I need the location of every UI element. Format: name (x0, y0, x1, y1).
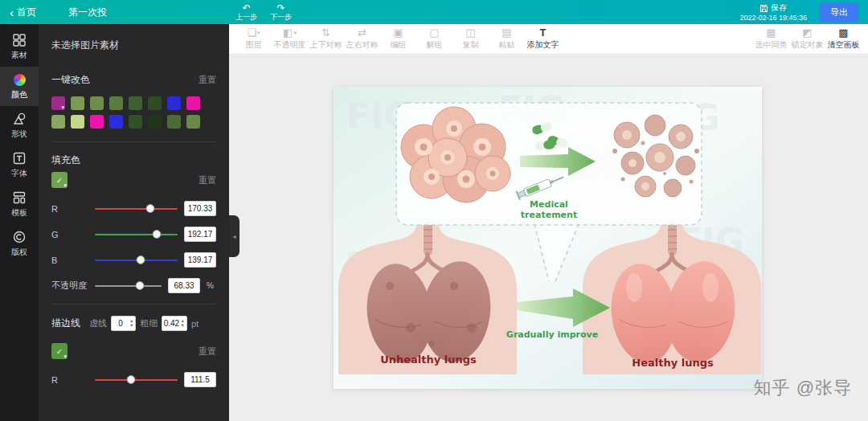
stepper-down-icon[interactable]: ▼ (180, 324, 184, 329)
dash-label: 虚线 (89, 317, 107, 329)
recolor-reset-button[interactable]: 重置 (199, 74, 216, 86)
chevron-down-icon: ▾ (63, 182, 67, 189)
tool-ungroup[interactable]: ▢ 解组 (416, 27, 452, 51)
slider-thumb[interactable] (146, 204, 155, 213)
slider-thumb[interactable] (153, 230, 162, 239)
tool-paste[interactable]: ▤ 粘贴 (489, 27, 525, 51)
home-button[interactable]: ‹ 首页 (0, 6, 46, 19)
panel-collapse-handle[interactable]: ◂ (229, 215, 240, 257)
tool-add-text[interactable]: T 添加文字 (525, 27, 561, 51)
stroke-section-title: 描边线 (51, 317, 85, 330)
fill-color-swatch[interactable]: ✓ ▾ (51, 172, 68, 188)
slider-thumb[interactable] (136, 281, 145, 290)
select-same-icon: ▦ (766, 27, 776, 38)
tool-copy[interactable]: ◫ 复制 (452, 27, 489, 51)
medical-treatment-label[interactable]: treatement (521, 210, 577, 220)
copy-icon: ◫ (465, 27, 475, 38)
undo-button[interactable]: ↶ 上一步 (235, 3, 257, 21)
tool-clear-board[interactable]: ▩ 清空画板 (825, 27, 862, 51)
stroke-slider-row-r: R (51, 372, 216, 387)
g-value-input[interactable] (184, 227, 216, 242)
sidebar-item-material[interactable]: 素材 (0, 27, 39, 67)
tool-flip-horizontal[interactable]: ⇄ 左右对称 (344, 27, 380, 51)
b-slider[interactable] (95, 255, 178, 265)
divider (51, 141, 216, 142)
chevron-down-icon: ▾ (61, 104, 64, 111)
recolor-swatch[interactable] (71, 115, 84, 129)
fill-slider-row-g: G (51, 227, 216, 242)
fill-reset-button[interactable]: 重置 (199, 174, 216, 186)
sidebar-item-template[interactable]: 模板 (0, 185, 39, 224)
stroke-color-swatch[interactable]: ✓ ▾ (51, 343, 68, 359)
stepper-down-icon[interactable]: ▼ (129, 324, 133, 329)
dash-value-input[interactable] (112, 319, 129, 328)
canvas-toolbar: ❏▾ 图层 ◧▾ 不透明度 ⇅ 上下对称 ⇄ 左右对称 ▣ 编组 ▢ 解组 (229, 24, 868, 55)
chevron-down-icon: ▾ (257, 30, 260, 35)
fill-slider-row-r: R (51, 201, 216, 216)
artboard[interactable]: FIG FIG FIG DRAW DRAW FIG DRAW DRAW (334, 87, 762, 389)
export-button[interactable]: 导出 (820, 3, 858, 22)
top-bar: ‹ 首页 第一次投 ↶ 上一步 ↷ 下一步 保存 2022-02-16 19:4… (0, 0, 868, 24)
sidebar-item-color[interactable]: 颜色 (0, 67, 39, 106)
stroke-reset-button[interactable]: 重置 (199, 345, 216, 358)
main-area: ❏▾ 图层 ◧▾ 不透明度 ⇅ 上下对称 ⇄ 左右对称 ▣ 编组 ▢ 解组 (229, 24, 868, 421)
recolor-swatch[interactable] (186, 96, 200, 110)
b-value-input[interactable] (184, 252, 216, 268)
tool-group[interactable]: ▣ 编组 (380, 27, 416, 51)
recolor-swatch[interactable] (129, 96, 142, 110)
gradually-improve-label[interactable]: Gradually improve (506, 329, 598, 340)
document-title[interactable]: 第一次投 (68, 6, 107, 19)
g-slider[interactable] (95, 229, 178, 239)
chevron-down-icon: ▾ (293, 30, 297, 35)
artboard-svg[interactable]: FIG FIG FIG DRAW DRAW FIG DRAW DRAW (334, 87, 762, 389)
recolor-swatch[interactable] (186, 115, 200, 129)
sidebar-item-font[interactable]: 字体 (0, 145, 39, 185)
clear-board-icon: ▩ (838, 27, 848, 38)
dash-stepper[interactable]: ▲ ▼ (111, 316, 136, 331)
template-icon (13, 191, 26, 204)
recolor-swatch[interactable] (109, 96, 123, 110)
r-value-input[interactable] (184, 201, 216, 216)
recolor-swatch[interactable]: ▾ (51, 96, 65, 110)
tool-layers[interactable]: ❏▾ 图层 (235, 27, 272, 51)
canvas-background[interactable]: ◂ (229, 55, 868, 421)
tool-opacity[interactable]: ◧▾ 不透明度 (272, 27, 308, 51)
stroke-r-slider[interactable] (95, 374, 178, 385)
opacity-slider[interactable] (95, 280, 162, 291)
recolor-swatch[interactable] (167, 115, 181, 129)
slider-thumb[interactable] (136, 255, 145, 264)
medical-treatment-label[interactable]: Medical (530, 199, 568, 210)
tool-lock-object[interactable]: ◩ 锁定对象 (789, 27, 825, 51)
weight-stepper[interactable]: ▲ ▼ (162, 316, 186, 331)
recolor-swatch[interactable] (90, 115, 104, 129)
history-controls: ↶ 上一步 ↷ 下一步 (235, 3, 292, 21)
sidebar-item-shape[interactable]: 形状 (0, 106, 39, 145)
redo-button[interactable]: ↷ 下一步 (270, 3, 292, 21)
unhealthy-lungs-label[interactable]: Unhealthy lungs (380, 354, 477, 366)
tool-flip-vertical[interactable]: ⇅ 上下对称 (308, 27, 344, 51)
weight-value-input[interactable] (162, 319, 180, 328)
recolor-swatch[interactable] (148, 115, 162, 129)
collapse-arrow-icon: ◂ (232, 233, 235, 240)
recolor-swatch[interactable] (167, 96, 181, 110)
save-button[interactable]: 保存 2022-02-16 19:45:36 (739, 2, 807, 22)
redo-icon: ↷ (276, 3, 285, 13)
recolor-swatch[interactable] (71, 96, 84, 110)
topbar-right: 保存 2022-02-16 19:45:36 导出 (739, 2, 868, 22)
layers-icon: ❏ (247, 27, 256, 38)
tool-select-same[interactable]: ▦ 选中同类 (753, 27, 789, 51)
recolor-swatch[interactable] (148, 96, 162, 110)
recolor-swatch[interactable] (109, 115, 123, 129)
slider-thumb[interactable] (127, 375, 136, 384)
sidebar-item-copyright[interactable]: 版权 (0, 224, 39, 264)
recolor-swatch[interactable] (129, 115, 142, 129)
stroke-r-value-input[interactable] (184, 372, 216, 387)
recolor-swatch[interactable] (51, 115, 65, 129)
recolor-swatch[interactable] (90, 96, 104, 110)
material-grid-icon (13, 34, 26, 47)
home-label: 首页 (17, 6, 36, 19)
r-slider[interactable] (95, 203, 178, 214)
color-wheel-icon (13, 73, 26, 86)
opacity-value-input[interactable] (168, 278, 200, 293)
healthy-lungs-label[interactable]: Healthy lungs (632, 357, 714, 369)
